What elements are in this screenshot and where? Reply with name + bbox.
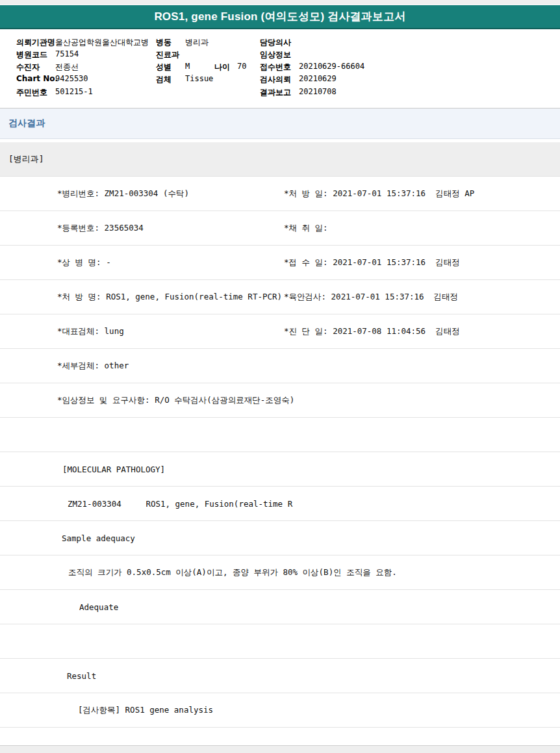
sex-label: 성별	[156, 62, 172, 73]
pathology-no: *병리번호: ZM21-003304 (수탁)	[57, 188, 189, 199]
adequacy-result: Adequate	[79, 602, 118, 612]
ward-value: 병리과	[185, 37, 209, 48]
page-bottom-strip	[0, 745, 560, 753]
request-date-value: 20210629	[299, 74, 337, 83]
table-row: ZM21-003304 ROS1, gene, Fusion(real-time…	[0, 487, 560, 521]
receipt-date: *접 수 일: 2021-07-01 15:37:16 김태정	[284, 257, 460, 268]
report-page: ROS1, gene Fusion (여의도성모) 검사결과보고서 의뢰기관명 …	[0, 0, 560, 753]
table-row: *병리번호: ZM21-003304 (수탁) *처 방 일: 2021-07-…	[0, 177, 560, 211]
sample-adequacy-heading: Sample adequacy	[62, 533, 135, 543]
case-test-line: ZM21-003304 ROS1, gene, Fusion(real-time…	[68, 499, 292, 509]
table-row: Result	[0, 659, 560, 693]
table-row: *대표검체: lung *진 단 일: 2021-07-08 11:04:56 …	[0, 314, 560, 349]
diagnosis-date: *진 단 일: 2021-07-08 11:04:56 김태정	[284, 326, 460, 337]
diagnosis-name: *상 병 명: -	[57, 257, 111, 268]
report-title-banner: ROS1, gene Fusion (여의도성모) 검사결과보고서	[0, 5, 560, 29]
hospital-code-label: 병원코드	[16, 49, 47, 60]
age-value: 70	[237, 62, 246, 71]
page-title: ROS1, gene Fusion (여의도성모) 검사결과보고서	[154, 9, 405, 24]
tissue-requirement-text: 조직의 크기가 0.5x0.5cm 이상(A)이고, 종양 부위가 80% 이상…	[68, 567, 397, 578]
specimen-label: 검체	[156, 74, 172, 85]
table-row: *등록번호: 23565034 *채 취 일:	[0, 211, 560, 246]
age-label: 나이	[214, 62, 230, 73]
org-value: 울산공업학원울산대학교병	[55, 37, 149, 48]
receipt-no-label: 접수번호	[260, 62, 291, 73]
patient-name-value: 전종선	[55, 62, 79, 73]
table-row: *임상정보 및 요구사항: R/O 수탁검사(삼광의료재단-조영숙)	[0, 383, 560, 418]
sex-value: M	[185, 62, 190, 71]
molecular-pathology-heading: [MOLECULAR PATHOLOGY]	[62, 465, 165, 474]
gross-exam-date: *육안검사: 2021-07-01 15:37:16 김태정	[284, 292, 458, 303]
patient-name-label: 수진자	[16, 62, 40, 73]
table-row: *처 방 명: ROS1, gene, Fusion(real-time RT-…	[0, 280, 560, 314]
test-item-line: [검사항목] ROS1 gene analysis	[78, 705, 213, 716]
resident-no-label: 주민번호	[16, 87, 47, 98]
collection-date: *채 취 일:	[284, 223, 328, 234]
sub-specimen: *세부검체: other	[57, 361, 129, 372]
clinic-dept-label: 진료과	[156, 49, 179, 60]
bottom-spacer	[0, 728, 560, 745]
table-row: Sample adequacy	[0, 521, 560, 555]
department-name: [병리과]	[8, 153, 44, 165]
receipt-no-value: 20210629-66604	[299, 62, 364, 71]
table-row-empty	[0, 418, 560, 452]
doctor-label: 담당의사	[260, 37, 291, 48]
table-row: *상 병 명: - *접 수 일: 2021-07-01 15:37:16 김태…	[0, 246, 560, 280]
table-row: [검사항목] ROS1 gene analysis	[0, 693, 560, 728]
table-row: *세부검체: other	[0, 349, 560, 383]
main-specimen: *대표검체: lung	[57, 326, 124, 337]
ward-label: 병동	[156, 37, 172, 48]
clinical-request-info: *임상정보 및 요구사항: R/O 수탁검사(삼광의료재단-조영숙)	[57, 395, 294, 406]
table-row: [MOLECULAR PATHOLOGY]	[0, 452, 560, 487]
result-heading: Result	[67, 671, 96, 681]
results-section-title: 검사결과	[0, 118, 45, 129]
department-row: [병리과]	[0, 142, 560, 177]
resident-no-value: 501215-1	[55, 87, 93, 96]
report-date-value: 20210708	[299, 87, 337, 96]
page-top-strip	[0, 0, 560, 5]
registration-no: *등록번호: 23565034	[57, 223, 144, 234]
specimen-value: Tissue	[185, 74, 213, 83]
table-row: Adequate	[0, 590, 560, 624]
clinical-info-label: 임상정보	[260, 49, 291, 60]
table-row: 조직의 크기가 0.5x0.5cm 이상(A)이고, 종양 부위가 80% 이상…	[0, 555, 560, 590]
order-date: *처 방 일: 2021-07-01 15:37:16 김태정 AP	[284, 188, 474, 199]
report-date-label: 결과보고	[260, 87, 291, 98]
org-label: 의뢰기관명	[16, 37, 55, 48]
table-row-empty	[0, 624, 560, 659]
order-name: *처 방 명: ROS1, gene, Fusion(real-time RT-…	[57, 292, 282, 303]
hospital-code-value: 75154	[55, 49, 79, 58]
chart-no-value: 9425530	[55, 74, 88, 83]
results-section-header: 검사결과	[0, 108, 560, 139]
patient-info-panel: 의뢰기관명 울산공업학원울산대학교병 병동 병리과 담당의사 병원코드 7515…	[0, 29, 560, 108]
chart-no-label: Chart No.	[16, 74, 58, 83]
request-date-label: 검사의뢰	[260, 74, 291, 85]
